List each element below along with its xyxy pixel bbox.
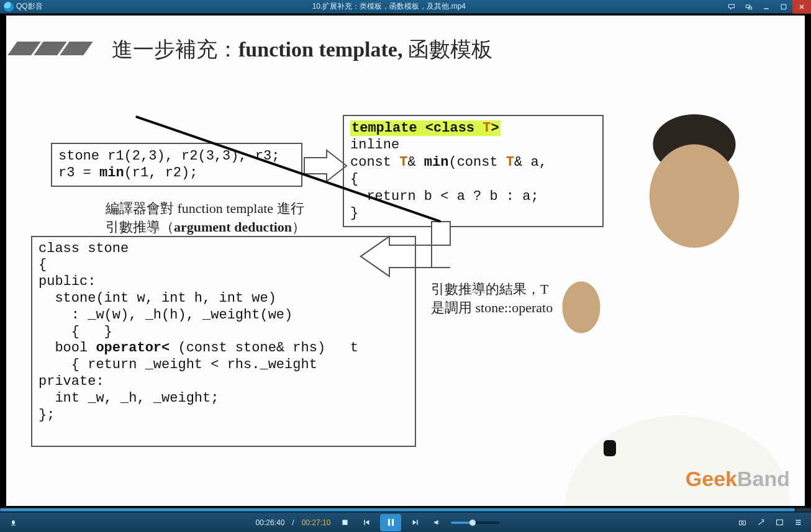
svg-rect-7 (739, 521, 745, 525)
code-box-usage: stone r1(2,3), r2(3,3), r3; r3 = min(r1,… (51, 143, 302, 187)
slide-title: 進一步補充：function template, 函數模板 (112, 35, 492, 64)
presenter-figure (501, 109, 805, 506)
svg-rect-0 (746, 5, 750, 8)
maximize-button[interactable] (775, 0, 792, 14)
annotation-deduction: 編譯器會對 function template 進行 引數推導（argument… (106, 199, 306, 237)
svg-rect-2 (764, 8, 769, 9)
snapshot-button[interactable] (735, 516, 749, 530)
prev-button[interactable] (359, 516, 373, 530)
watermark-logo: GeekBand (686, 467, 790, 491)
svg-rect-9 (743, 520, 745, 521)
app-name: QQ影音 (16, 1, 43, 12)
fullscreen-button[interactable] (772, 516, 786, 530)
playlist-button[interactable] (791, 516, 805, 530)
code-box-class: class stone { public: stone(int w, int h… (31, 236, 416, 447)
stop-button[interactable] (338, 516, 351, 530)
close-button[interactable] (792, 0, 811, 14)
time-duration: 00:27:10 (302, 518, 331, 527)
progress-fill (0, 508, 795, 512)
minimize-button[interactable] (758, 0, 775, 14)
ontop-button[interactable] (754, 516, 768, 530)
svg-rect-4 (342, 520, 347, 525)
svg-rect-10 (776, 520, 782, 525)
slide-content: 進一步補充：function template, 函數模板 stone r1(2… (6, 16, 805, 506)
volume-knob[interactable] (469, 520, 476, 526)
progress-bar[interactable] (0, 507, 811, 512)
progress-remaining (795, 508, 811, 512)
video-area[interactable]: 進一步補充：function template, 函數模板 stone r1(2… (0, 14, 811, 507)
svg-point-8 (741, 522, 743, 524)
next-button[interactable] (409, 516, 422, 530)
svg-rect-5 (388, 519, 390, 526)
menu-button[interactable] (6, 516, 20, 530)
volume-slider[interactable] (451, 521, 499, 524)
time-current: 00:26:40 (256, 518, 285, 527)
play-pause-button[interactable] (380, 514, 401, 531)
time-sep: / (292, 518, 294, 527)
mini-mode-icon[interactable] (740, 0, 758, 14)
titlebar: QQ影音 10.扩展补充：类模板，函数模板，及其他.mp4 (0, 0, 811, 14)
svg-rect-6 (392, 519, 394, 526)
file-title: 10.扩展补充：类模板，函数模板，及其他.mp4 (55, 1, 723, 12)
lapel-mic (604, 440, 616, 456)
app-icon (4, 2, 14, 12)
control-bar: 00:26:40 / 00:27:10 (0, 512, 811, 532)
feedback-icon[interactable] (723, 0, 740, 14)
slide-decoration (12, 42, 88, 55)
window-buttons (723, 0, 811, 14)
svg-rect-3 (781, 4, 786, 9)
volume-button[interactable] (430, 516, 443, 530)
